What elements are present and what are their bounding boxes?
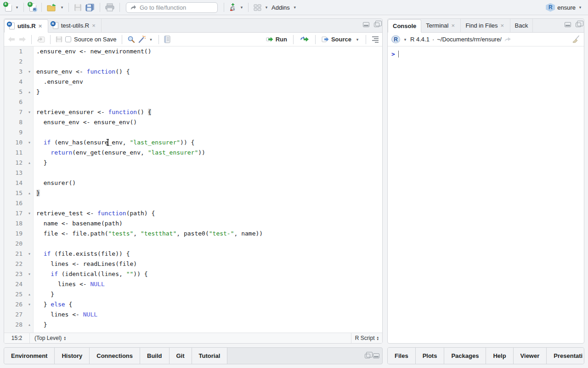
code-line[interactable]: 28▴ }: [4, 320, 382, 330]
editor-tab-test-utils.R[interactable]: test-utils.R: [48, 19, 102, 32]
code-tools-dropdown[interactable]: [149, 37, 153, 42]
tab-presentati[interactable]: Presentati: [547, 348, 584, 364]
goto-file-input[interactable]: Go to file/function: [126, 2, 218, 13]
addins-dropdown[interactable]: [293, 5, 297, 10]
document-outline-icon[interactable]: [372, 35, 379, 44]
fold-down-icon[interactable]: ▾: [25, 208, 34, 218]
new-file-dropdown[interactable]: [15, 5, 19, 10]
code-line[interactable]: 11 return(env_get(ensure_env, "last_ensu…: [4, 148, 382, 158]
fold-up-icon[interactable]: ▴: [25, 87, 34, 97]
r-version-dropdown[interactable]: [403, 37, 407, 42]
doc-type-selector[interactable]: R Script: [351, 333, 382, 343]
code-line[interactable]: 12▴ }: [4, 158, 382, 168]
new-project-button[interactable]: [28, 2, 37, 13]
code-line[interactable]: 3▾ensure_env <- function() {: [4, 67, 382, 77]
fold-down-icon[interactable]: ▾: [25, 299, 34, 310]
tab-plots[interactable]: Plots: [416, 348, 445, 364]
maximize-icon[interactable]: [576, 23, 581, 27]
tab-packages[interactable]: Packages: [444, 348, 486, 364]
tab-environment[interactable]: Environment: [4, 348, 55, 364]
console-input-area[interactable]: >: [388, 46, 584, 343]
open-in-new-window-icon[interactable]: [37, 36, 45, 43]
project-selector[interactable]: R ensure: [546, 3, 582, 12]
save-doc-icon[interactable]: [56, 36, 62, 43]
source-dropdown[interactable]: [355, 37, 360, 42]
forward-icon[interactable]: [18, 36, 26, 42]
console-tab-find-in-files[interactable]: Find in Files: [461, 19, 510, 32]
code-line[interactable]: 17▾retrieve_test <- function(path) {: [4, 208, 382, 218]
code-line[interactable]: 8 ensure_env <- ensure_env(): [4, 117, 382, 127]
fold-up-icon[interactable]: ▴: [25, 158, 34, 168]
code-line[interactable]: 20: [4, 239, 382, 249]
code-line[interactable]: 15▴}: [4, 188, 382, 198]
code-line[interactable]: 2: [4, 57, 382, 67]
tab-connections[interactable]: Connections: [90, 348, 140, 364]
code-line[interactable]: 5▴}: [4, 87, 382, 97]
compile-report-icon[interactable]: [164, 35, 170, 43]
tab-close-icon[interactable]: [39, 23, 43, 29]
minimize-icon[interactable]: [565, 22, 571, 27]
code-line[interactable]: 6: [4, 97, 382, 107]
code-line[interactable]: 25▴ }: [4, 289, 382, 299]
tab-build[interactable]: Build: [140, 348, 170, 364]
code-line[interactable]: 21▾ if (file.exists(file)) {: [4, 249, 382, 259]
version-control-button[interactable]: G: [228, 2, 237, 13]
code-line[interactable]: 13: [4, 168, 382, 178]
workspace-panes-button[interactable]: [253, 2, 262, 13]
source-on-save-checkbox[interactable]: [65, 36, 71, 42]
run-button[interactable]: Run: [266, 36, 287, 43]
tab-help[interactable]: Help: [486, 348, 513, 364]
workspace-panes-dropdown[interactable]: [264, 5, 269, 10]
tab-history[interactable]: History: [55, 348, 90, 364]
code-line[interactable]: 22 lines <- readLines(file): [4, 259, 382, 269]
tab-close-icon[interactable]: [92, 22, 96, 29]
console-tab-console[interactable]: Console: [388, 19, 421, 33]
code-line[interactable]: 18 name <- basename(path): [4, 218, 382, 229]
fold-up-icon[interactable]: ▴: [25, 188, 34, 198]
tab-git[interactable]: Git: [170, 348, 192, 364]
code-line[interactable]: 7▾retrieve_ensurer <- function() {: [4, 107, 382, 117]
console-tab-terminal[interactable]: Terminal: [421, 19, 461, 32]
console-tab-back[interactable]: Back: [510, 19, 533, 32]
r-version-icon[interactable]: R: [391, 35, 400, 43]
code-line[interactable]: 14 ensurer(): [4, 178, 382, 188]
fold-up-icon[interactable]: ▴: [25, 320, 34, 330]
code-line[interactable]: 29: [4, 330, 382, 333]
tab-files[interactable]: Files: [388, 348, 416, 364]
new-file-button[interactable]: [4, 2, 13, 13]
fold-down-icon[interactable]: ▾: [25, 67, 34, 77]
tab-tutorial[interactable]: Tutorial: [192, 348, 228, 364]
code-line[interactable]: 19 file <- file.path("tests", "testthat"…: [4, 229, 382, 239]
clear-console-icon[interactable]: [572, 35, 580, 43]
code-line[interactable]: 9: [4, 127, 382, 138]
minimize-icon[interactable]: [363, 22, 369, 27]
code-line[interactable]: 27 lines <- NULL: [4, 310, 382, 320]
open-file-button[interactable]: [46, 2, 58, 13]
goto-directory-icon[interactable]: [504, 37, 511, 42]
code-line[interactable]: 16: [4, 198, 382, 208]
fold-down-icon[interactable]: ▾: [25, 249, 34, 259]
editor-tab-utils.R[interactable]: utils.R: [4, 19, 48, 33]
open-recent-dropdown[interactable]: [60, 5, 64, 10]
code-line[interactable]: 26▾ } else {: [4, 299, 382, 310]
version-control-dropdown[interactable]: [239, 5, 244, 10]
fold-down-icon[interactable]: ▾: [25, 138, 34, 148]
source-button[interactable]: Source: [322, 36, 351, 43]
addins-menu[interactable]: Addins: [271, 4, 291, 11]
fold-down-icon[interactable]: ▾: [25, 269, 34, 279]
fold-up-icon[interactable]: ▴: [25, 289, 34, 299]
code-line[interactable]: 10▾ if (env_has(ensure_env, "last_ensure…: [4, 138, 382, 148]
maximize-icon[interactable]: [373, 353, 379, 358]
print-button[interactable]: [104, 2, 115, 13]
maximize-icon[interactable]: [374, 23, 379, 27]
tab-close-icon[interactable]: [451, 22, 456, 29]
code-editor[interactable]: 1.ensure_env <- new_environment()23▾ensu…: [4, 46, 382, 333]
fold-down-icon[interactable]: ▾: [25, 107, 34, 117]
restore-icon[interactable]: [365, 354, 370, 358]
code-line[interactable]: 24 lines <- NULL: [4, 279, 382, 289]
code-line[interactable]: 23▾ if (identical(lines, "")) {: [4, 269, 382, 279]
scope-selector[interactable]: (Top Level): [30, 335, 70, 341]
code-tools-wand-icon[interactable]: [138, 35, 146, 43]
code-line[interactable]: 1.ensure_env <- new_environment(): [4, 46, 382, 57]
save-button[interactable]: [73, 2, 83, 13]
